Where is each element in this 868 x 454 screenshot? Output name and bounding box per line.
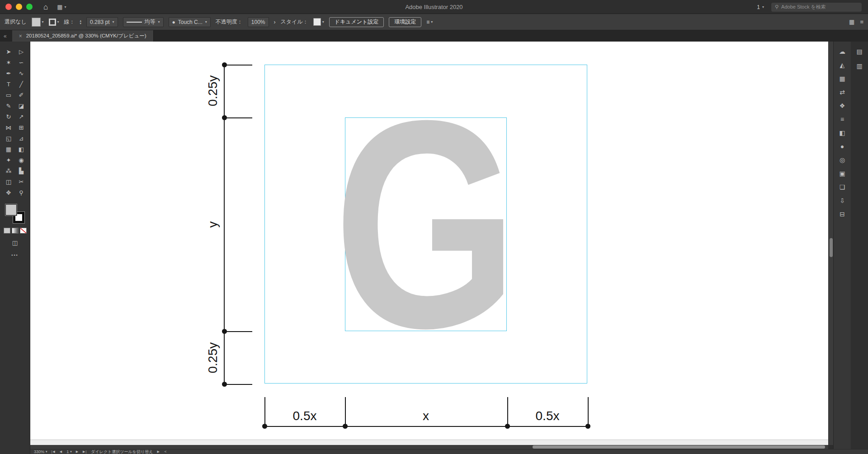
zoom-level-dropdown[interactable]: 330% ▾ [34, 449, 47, 454]
color-guide-panel-icon[interactable]: ◭ [836, 61, 848, 70]
stepper-down-icon[interactable]: ▾ [80, 22, 82, 25]
zoom-window-button[interactable] [26, 4, 33, 10]
direct-selection-tool-icon[interactable]: ▷ [15, 47, 28, 56]
pen-tool-icon[interactable]: ✒ [2, 69, 15, 78]
zoom-tool-icon[interactable]: ⚲ [15, 188, 28, 197]
magic-wand-tool-icon[interactable]: ✶ [2, 58, 15, 67]
artboard-canvas[interactable]: G 0.25y y 0.25y 0.5x x 0.5x [30, 42, 828, 445]
minimize-window-button[interactable] [16, 4, 22, 10]
anchor-dot [585, 424, 590, 429]
attributes-panel-icon[interactable]: ◎ [836, 155, 848, 164]
none-mode-button[interactable] [20, 228, 27, 234]
color-mode-button[interactable] [4, 228, 10, 234]
collapse-panel-icon[interactable]: « [0, 30, 12, 42]
eyedropper-tool-icon[interactable]: ✦ [2, 155, 15, 164]
isolate-mode-dropdown[interactable]: ≡ ▾ [426, 19, 433, 25]
tick-right-inner [507, 397, 508, 427]
close-window-button[interactable] [5, 4, 12, 10]
export-panel-icon[interactable]: ⇩ [836, 196, 848, 205]
previous-artboard-icon[interactable]: ◀ [60, 449, 62, 454]
anchor-dot [343, 424, 348, 429]
transform-panel-icon[interactable]: ⇄ [836, 88, 848, 97]
width-profile-dropdown[interactable]: 均等 ▾ [123, 17, 164, 27]
preferences-button[interactable]: 環境設定 [389, 17, 421, 27]
curvature-tool-icon[interactable]: ∿ [15, 69, 28, 78]
stroke-weight-stepper[interactable]: ▴ ▾ [80, 19, 82, 25]
first-artboard-icon[interactable]: |◀ [52, 449, 56, 454]
stroke-weight-dropdown[interactable]: 0.283 pt ▾ [86, 17, 118, 27]
blend-tool-icon[interactable]: ◉ [15, 155, 28, 164]
layers-panel-icon[interactable]: ❏ [836, 183, 848, 192]
edit-toolbar-ellipsis[interactable]: ••• [0, 253, 30, 257]
vertical-scrollbar[interactable] [828, 42, 833, 445]
scale-tool-icon[interactable]: ↗ [15, 112, 28, 121]
adobe-stock-search-input[interactable]: ⚲ Adobe Stock を検索 [771, 3, 862, 12]
swatches-panel-icon[interactable]: ▦ [836, 74, 848, 83]
pathfinder-panel-icon[interactable]: ❖ [836, 101, 848, 110]
gradient-panel-icon[interactable]: ◧ [836, 128, 848, 137]
perspective-grid-tool-icon[interactable]: ⊿ [15, 134, 28, 143]
logo-letter-g[interactable]: G [334, 76, 518, 372]
workspace-switcher[interactable]: ▦ ▾ [57, 4, 66, 10]
arrange-documents-icon[interactable]: ▦ [849, 19, 854, 25]
horizontal-scrollbar-thumb[interactable] [533, 445, 825, 449]
window-controls [0, 4, 33, 10]
chevron-down-icon: ▾ [322, 20, 324, 24]
paintbrush-tool-icon[interactable]: ✐ [15, 90, 28, 99]
selection-tool-icon[interactable]: ➤ [2, 47, 15, 56]
document-tab-title: 20180524_205859.ai* @ 330% (CMYK/プレビュー) [26, 33, 146, 39]
libraries-panel-panel-icon[interactable]: ▥ [854, 61, 865, 70]
home-icon[interactable]: ⌂ [43, 3, 48, 11]
properties-panel-icon[interactable]: ▤ [854, 47, 865, 56]
hand-tool-icon[interactable]: ✥ [2, 188, 15, 197]
next-artboard-icon[interactable]: ▶ [76, 449, 79, 454]
rotate-tool-icon[interactable]: ↻ [2, 112, 15, 121]
vertical-scrollbar-thumb[interactable] [830, 238, 833, 257]
color-panel-icon[interactable]: ● [836, 142, 848, 151]
column-graph-tool-icon[interactable]: ▙ [15, 166, 28, 175]
gradient-mode-button[interactable] [12, 228, 19, 234]
brush-dropdown[interactable]: ● Touch C... ▾ [169, 17, 211, 27]
stroke-panel-icon[interactable]: ≡ [836, 115, 848, 124]
search-placeholder: Adobe Stock を検索 [781, 4, 826, 10]
last-artboard-icon[interactable]: ▶| [83, 449, 87, 454]
document-tab[interactable]: × 20180524_205859.ai* @ 330% (CMYK/プレビュー… [12, 30, 154, 42]
shape-builder-tool-icon[interactable]: ◱ [2, 134, 15, 143]
type-tool-icon[interactable]: T [2, 80, 15, 89]
document-count-dropdown[interactable]: 1 ▾ [757, 4, 764, 10]
slice-tool-icon[interactable]: ✂ [15, 177, 28, 186]
style-dropdown[interactable]: ▾ [313, 18, 324, 26]
fill-swatch[interactable] [5, 204, 17, 215]
tools-grid: ➤ ▷ ✶ ∽ ✒ ∿ T ╱ ▭ ✐ ✎ ◪ ↻ ↗ ⋈ ⊞ ◱ ⊿ ▦ ◧ … [0, 42, 30, 197]
fill-stroke-widget[interactable] [5, 204, 24, 223]
free-transform-tool-icon[interactable]: ⊞ [15, 123, 28, 132]
close-tab-icon[interactable]: × [19, 33, 22, 39]
lasso-tool-icon[interactable]: ∽ [15, 58, 28, 67]
mesh-tool-icon[interactable]: ▦ [2, 145, 15, 154]
document-setup-button[interactable]: ドキュメント設定 [329, 17, 384, 27]
measure-label-right-x: 0.5x [536, 409, 560, 423]
artboards-panel-icon[interactable]: ⊟ [836, 210, 848, 219]
opacity-more-icon[interactable]: › [274, 19, 276, 25]
shaper-tool-icon[interactable]: ✎ [2, 101, 15, 110]
horizontal-scrollbar[interactable] [30, 445, 828, 449]
artboard-number-dropdown[interactable]: 1 ▾ [66, 449, 72, 454]
libraries-panel-icon[interactable]: ☁ [836, 47, 848, 56]
panel-list-icon[interactable]: ≡ [860, 19, 863, 25]
draw-mode-icon[interactable]: ◫ [0, 239, 30, 246]
symbol-sprayer-tool-icon[interactable]: ⁂ [2, 166, 15, 175]
opacity-input[interactable]: 100% [248, 17, 269, 27]
line-segment-tool-icon[interactable]: ╱ [15, 80, 28, 89]
brush-preview-icon: ● [172, 19, 175, 25]
artboard-tool-icon[interactable]: ◫ [2, 177, 15, 186]
play-icon[interactable]: ▶ [157, 449, 160, 454]
stroke-color-dropdown[interactable]: ▾ [49, 19, 59, 26]
width-tool-icon[interactable]: ⋈ [2, 123, 15, 132]
asset-export-panel-icon[interactable]: ▣ [836, 169, 848, 178]
rectangle-tool-icon[interactable]: ▭ [2, 90, 15, 99]
fill-color-dropdown[interactable]: ▾ [32, 18, 44, 27]
eraser-tool-icon[interactable]: ◪ [15, 101, 28, 110]
gradient-tool-icon[interactable]: ◧ [15, 145, 28, 154]
logo-letter-wrap[interactable]: G [344, 117, 508, 332]
fill-color-swatch [32, 18, 41, 27]
